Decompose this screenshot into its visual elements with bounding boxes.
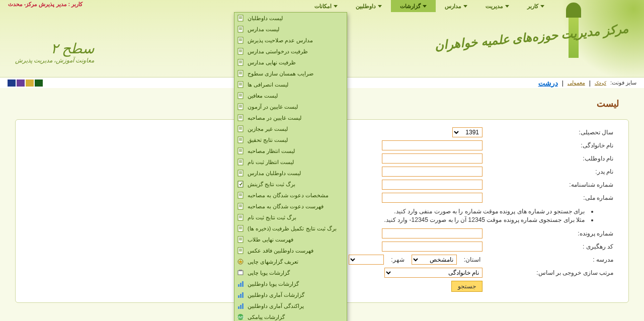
dropdown-item[interactable]: برگ ثبت نتایج تکمیل ظرفیت (ذخیره ها) bbox=[234, 223, 347, 234]
svg-rect-88 bbox=[238, 284, 239, 287]
theme-swatch-green[interactable] bbox=[35, 79, 43, 87]
chevron-down-icon bbox=[423, 5, 427, 8]
dropdown-item[interactable]: لیست مدارس bbox=[234, 24, 347, 35]
dropdown-item-label: لیست انصرافی ها bbox=[248, 82, 288, 88]
report-icon: SMS bbox=[236, 313, 245, 321]
dropdown-item[interactable]: لیست انتظار مصاحبه bbox=[234, 145, 347, 156]
report-icon bbox=[236, 81, 245, 89]
dropdown-item[interactable]: برگ ثبت نتایج ثبت نام bbox=[234, 212, 347, 223]
nav-user[interactable]: کاربر bbox=[518, 0, 553, 12]
svg-rect-73 bbox=[238, 225, 243, 231]
dropdown-item[interactable]: فهرست دعوت شدگان به مصاحبه bbox=[234, 201, 347, 212]
dropdown-item-label: تعریف گزارشهای چاپی bbox=[248, 259, 298, 265]
svg-rect-48 bbox=[238, 148, 243, 154]
svg-rect-89 bbox=[240, 283, 242, 287]
report-icon bbox=[236, 202, 245, 210]
applicant-input[interactable] bbox=[382, 153, 482, 164]
tracking-input[interactable] bbox=[382, 242, 482, 252]
report-icon bbox=[236, 224, 245, 232]
theme-swatch-purple[interactable] bbox=[17, 79, 25, 87]
svg-text:SMS: SMS bbox=[237, 315, 244, 319]
theme-swatch-gold[interactable] bbox=[26, 79, 34, 87]
sort-select[interactable]: نام خانوادگی bbox=[384, 268, 482, 278]
fileno-label: شماره پرونده: bbox=[488, 230, 613, 237]
nav-options[interactable]: امکانات bbox=[305, 0, 347, 12]
dropdown-item[interactable]: برگ ثبت نتایج گزینش bbox=[234, 179, 347, 190]
font-small-link[interactable]: کوچک bbox=[595, 81, 606, 86]
dropdown-item[interactable]: مشخصات دعوت شدگان به مصاحبه bbox=[234, 190, 347, 201]
dropdown-item[interactable]: گزارشات آماری داوطلبین bbox=[234, 289, 347, 300]
dropdown-item[interactable]: لیست غایبین در مصاحبه bbox=[234, 112, 347, 123]
report-icon bbox=[236, 114, 245, 122]
svg-rect-87 bbox=[239, 270, 242, 271]
dropdown-item-label: مشخصات دعوت شدگان به مصاحبه bbox=[248, 192, 329, 199]
dropdown-item[interactable]: لیست داوطلبان مدارس bbox=[234, 168, 347, 179]
dropdown-item-label: مدارس عدم صلاحیت پذیرش bbox=[248, 37, 313, 44]
nav-schools[interactable]: مدارس bbox=[436, 0, 476, 12]
nationalid-label: شماره ملی: bbox=[488, 194, 613, 201]
dropdown-item[interactable]: تعریف گزارشهای چاپی bbox=[234, 256, 347, 267]
report-icon bbox=[236, 291, 245, 299]
svg-rect-65 bbox=[238, 203, 243, 209]
dropdown-item[interactable]: لیست داوطلبان bbox=[234, 13, 347, 24]
dropdown-item-label: لیست انتظار مصاحبه bbox=[248, 148, 295, 154]
fileno-input[interactable] bbox=[382, 228, 482, 238]
nav-management[interactable]: مدیریت bbox=[476, 0, 518, 12]
dropdown-item[interactable]: لیست معافین bbox=[234, 90, 347, 101]
top-nav: امکانات داوطلبین گزارشات مدارس مدیریت کا… bbox=[91, 0, 553, 12]
dropdown-item[interactable]: گزارشات پیامکیSMS bbox=[234, 311, 347, 321]
dropdown-item[interactable]: لیست انتظار ثبت نام bbox=[234, 156, 347, 168]
user-label: کاربر : مدیر پذیرش مرکز- محدث bbox=[8, 1, 83, 8]
nationalid-input[interactable] bbox=[382, 193, 482, 203]
province-select[interactable]: نامشخص bbox=[412, 255, 457, 265]
svg-rect-56 bbox=[238, 170, 243, 176]
svg-rect-40 bbox=[238, 126, 243, 132]
font-normal-link[interactable]: معمولی bbox=[568, 79, 585, 86]
chevron-down-icon bbox=[505, 5, 509, 8]
sort-label: مرتب سازی خروجی بر اساس: bbox=[488, 269, 613, 276]
lastname-label: نام خانوادگی: bbox=[488, 142, 613, 149]
report-icon bbox=[236, 302, 245, 310]
dropdown-item[interactable]: لیست غیر مجازین bbox=[234, 123, 347, 134]
search-button[interactable]: جستجو bbox=[451, 281, 482, 292]
dropdown-item[interactable]: گزارشات پویا چاپی bbox=[234, 267, 347, 278]
nav-reports[interactable]: گزارشات bbox=[391, 0, 436, 12]
lastname-input[interactable] bbox=[382, 140, 482, 150]
dropdown-item-label: پراکندگی آماری داوطلبین bbox=[248, 303, 304, 309]
report-icon bbox=[236, 103, 245, 111]
dropdown-item-label: برگ ثبت نتایج گزینش bbox=[248, 181, 295, 188]
dropdown-item[interactable]: ضرایب همسان سازی سطوح bbox=[234, 68, 347, 79]
report-icon bbox=[236, 269, 245, 277]
dropdown-item[interactable]: گزارشات پویا داوطلبین bbox=[234, 278, 347, 289]
dropdown-item-label: ظرفیت نهایی مدارس bbox=[248, 59, 296, 66]
dropdown-item[interactable]: لیست انصرافی ها bbox=[234, 79, 347, 90]
dropdown-item[interactable]: فهرست داوطلبین فاقد عکس bbox=[234, 245, 347, 256]
birthcert-input[interactable] bbox=[382, 180, 482, 190]
dropdown-item[interactable]: ظرفیت نهایی مدارس bbox=[234, 57, 347, 68]
svg-rect-0 bbox=[238, 15, 243, 21]
dropdown-item[interactable]: مدارس عدم صلاحیت پذیرش bbox=[234, 35, 347, 46]
report-icon bbox=[236, 235, 245, 244]
dropdown-item[interactable]: لیست نتایج تحقیق bbox=[234, 134, 347, 145]
dropdown-item-label: ضرایب همسان سازی سطوح bbox=[248, 70, 313, 77]
dropdown-item[interactable]: لیست غایبین در آزمون bbox=[234, 101, 347, 112]
svg-rect-61 bbox=[238, 192, 243, 198]
svg-rect-20 bbox=[238, 70, 243, 76]
dropdown-item[interactable]: پراکندگی آماری داوطلبین bbox=[234, 300, 347, 311]
svg-rect-69 bbox=[238, 214, 243, 220]
report-icon bbox=[236, 280, 245, 288]
city-select[interactable] bbox=[349, 255, 384, 265]
svg-rect-28 bbox=[238, 93, 243, 99]
year-select[interactable]: 1391 bbox=[452, 127, 482, 137]
theme-swatch-blue[interactable] bbox=[8, 79, 16, 87]
chevron-down-icon bbox=[540, 5, 544, 8]
dropdown-item[interactable]: فهرست نهایی طلاب bbox=[234, 234, 347, 245]
dropdown-item-label: لیست نتایج تحقیق bbox=[248, 137, 288, 143]
font-large-link[interactable]: درشت bbox=[538, 79, 558, 87]
father-input[interactable] bbox=[382, 167, 482, 177]
report-icon bbox=[236, 92, 245, 100]
dropdown-item[interactable]: ظرفیت درخواستی مدارس bbox=[234, 46, 347, 57]
svg-rect-36 bbox=[238, 115, 243, 121]
nav-applicants[interactable]: داوطلبین bbox=[347, 0, 391, 12]
svg-rect-60 bbox=[238, 181, 243, 187]
